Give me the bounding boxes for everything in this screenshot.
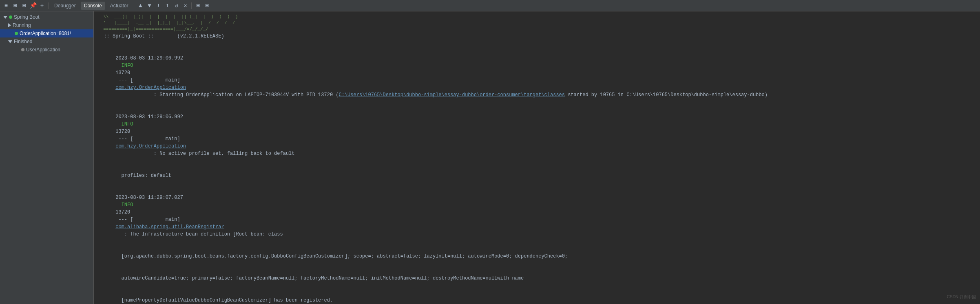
log3-msg: : The Infrastructure bean definition [Ro…	[115, 231, 283, 237]
log-line-2-cont: profiles: default	[98, 165, 976, 187]
clear-icon[interactable]: ✕	[181, 2, 189, 9]
running-group-arrow	[8, 23, 11, 27]
log3-c1: [org.apache.dubbo.spring.boot.beans.fact…	[115, 253, 568, 259]
log2-level: INFO	[115, 121, 136, 127]
log2-sep: --- [ main]	[115, 136, 183, 142]
console-output[interactable]: \\ ___)| |_)| | | | | || (_| | ) ) ) ) '…	[94, 11, 980, 304]
log-line-3: 2023-08-03 11:29:07.027 INFO 13720 --- […	[98, 187, 976, 245]
scroll-top-icon[interactable]: ⬆	[164, 2, 171, 9]
log-line-3-cont1: [org.apache.dubbo.spring.boot.beans.fact…	[98, 245, 976, 267]
tab-console[interactable]: Console	[81, 2, 105, 10]
spring-version-text: :: Spring Boot :: (v2.2.1.RELEASE)	[104, 33, 224, 39]
log-line-3-cont3: [namePropertyDefaultValueDubboConfigBean…	[98, 289, 976, 304]
log1-sep: --- [ main]	[115, 77, 183, 83]
sidebar-root-label: Spring Boot	[14, 14, 40, 20]
scroll-down-icon[interactable]: ▼	[146, 2, 153, 9]
sidebar-item-running-group[interactable]: Running	[0, 21, 93, 29]
split-icon[interactable]: ⊟	[203, 2, 210, 9]
grid-icon[interactable]: ⊞	[194, 2, 201, 9]
log1-pid: 13720	[115, 70, 130, 76]
log1-date: 2023-08-03 11:29:06.992	[115, 55, 183, 61]
log-line-1: 2023-08-03 11:29:06.992 INFO 13720 --- […	[98, 47, 976, 106]
sidebar-running-label: Running	[13, 22, 31, 28]
spring-banner: \\ ___)| |_)| | | | | || (_| | ) ) ) ) '…	[98, 14, 976, 33]
log1-level: INFO	[115, 63, 136, 68]
log3-c2: autowireCandidate=true; primary=false; f…	[115, 275, 524, 281]
sidebar-item-finished-group[interactable]: Finished	[0, 37, 93, 46]
sidebar-finished-label: Finished	[14, 39, 32, 44]
add-icon[interactable]: ＋	[38, 2, 46, 9]
pin-icon[interactable]: 📌	[29, 2, 37, 9]
replay-icon[interactable]: ↺	[173, 2, 180, 9]
spring-version-line: :: Spring Boot :: (v2.2.1.RELEASE)	[98, 33, 976, 40]
sidebar-item-orderapplication[interactable]: OrderApplication :8081/	[0, 29, 93, 37]
toolbar: ≡ ⊞ ⊟ 📌 ＋ Debugger Console Actuator ▲ ▼ …	[0, 0, 980, 11]
log1-logger[interactable]: com.hzy.OrderApplication	[115, 85, 186, 90]
sidebar-userapplication-label: UserApplication	[26, 47, 60, 53]
log2-pid: 13720	[115, 129, 130, 134]
sep3	[191, 2, 192, 9]
filter-icon[interactable]: ⊟	[20, 2, 28, 9]
log2-logger[interactable]: com.hzy.OrderApplication	[115, 143, 186, 149]
main-panel: Spring Boot Running OrderApplication :80…	[0, 11, 980, 304]
log1-msg1: : Starting OrderApplication on LAPTOP-71…	[115, 92, 338, 98]
sep1	[48, 2, 49, 9]
expand-arrow-icon	[3, 16, 7, 19]
tab-actuator[interactable]: Actuator	[107, 2, 132, 10]
restore-layout-icon[interactable]: ⊞	[11, 2, 19, 9]
sidebar: Spring Boot Running OrderApplication :80…	[0, 11, 94, 304]
scroll-end-icon[interactable]: ⬇	[155, 2, 162, 9]
log-line-2: 2023-08-03 11:29:06.992 INFO 13720 --- […	[98, 106, 976, 165]
log3-pid: 13720	[115, 209, 130, 215]
log3-date: 2023-08-03 11:29:07.027	[115, 195, 183, 200]
log3-logger[interactable]: com.alibaba.spring.util.BeanRegistrar	[115, 224, 224, 230]
sidebar-item-userapplication[interactable]: UserApplication	[0, 46, 93, 54]
log2-msg: : No active profile set, falling back to…	[115, 151, 294, 156]
sidebar-toggle-icon[interactable]: ≡	[2, 2, 10, 9]
sidebar-orderapplication-label: OrderApplication :8081/	[20, 31, 71, 36]
scroll-up-icon[interactable]: ▲	[137, 2, 144, 9]
log1-msg2: started by 10765 in C:\Users\10765\Deskt…	[565, 92, 768, 98]
sep2	[134, 2, 134, 9]
log2-cont: profiles: default	[115, 173, 171, 178]
log3-sep: --- [ main]	[115, 217, 183, 222]
log2-date: 2023-08-03 11:29:06.992	[115, 114, 183, 120]
tab-debugger[interactable]: Debugger	[51, 2, 79, 10]
log1-path[interactable]: C:\Users\10765\Desktop\dubbo-simple\essa…	[339, 92, 565, 98]
log3-c3: [namePropertyDefaultValueDubboConfigBean…	[115, 297, 333, 303]
sidebar-item-springboot-root[interactable]: Spring Boot	[0, 13, 93, 21]
running-indicator	[9, 15, 12, 19]
order-app-status-icon	[15, 32, 18, 35]
log-line-3-cont2: autowireCandidate=true; primary=false; f…	[98, 267, 976, 289]
user-app-status-icon	[21, 48, 24, 51]
finished-group-arrow	[8, 40, 12, 43]
log3-level: INFO	[115, 202, 136, 208]
